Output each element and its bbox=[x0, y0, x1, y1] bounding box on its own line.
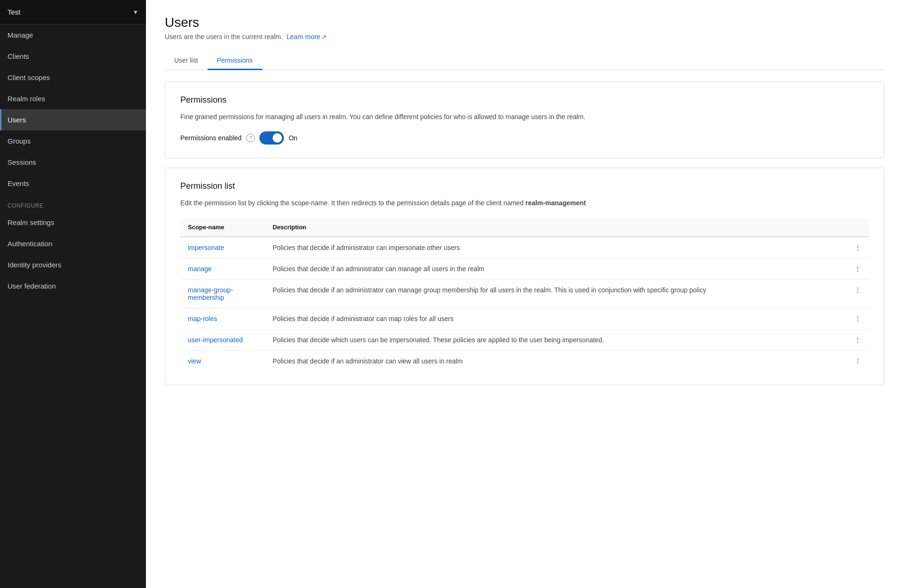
scope-name-link[interactable]: impersonate bbox=[188, 244, 224, 251]
tabs: User list Permissions bbox=[165, 52, 884, 70]
sidebar-item-sessions[interactable]: Sessions bbox=[0, 152, 146, 173]
kebab-menu-button[interactable]: ⋮ bbox=[847, 308, 869, 329]
scope-name-link[interactable]: manage bbox=[188, 265, 212, 273]
sidebar-item-realm-settings[interactable]: Realm settings bbox=[0, 212, 146, 233]
learn-more-link[interactable]: Learn more ↗ bbox=[287, 33, 327, 40]
col-header-description: Description bbox=[265, 218, 847, 237]
scope-description: Policies that decide if an administrator… bbox=[265, 258, 847, 279]
sidebar-section-label-configure: Configure bbox=[0, 194, 146, 212]
toggle-thumb bbox=[273, 133, 282, 143]
col-header-actions bbox=[847, 218, 869, 237]
sidebar-item-users[interactable]: Users bbox=[0, 109, 146, 130]
kebab-menu-button[interactable]: ⋮ bbox=[847, 237, 869, 258]
kebab-menu-button[interactable]: ⋮ bbox=[847, 279, 869, 308]
permissions-toggle[interactable] bbox=[259, 131, 284, 145]
chevron-down-icon: ▼ bbox=[133, 9, 138, 16]
scope-name-link[interactable]: map-roles bbox=[188, 315, 217, 322]
realm-selector[interactable]: Test ▼ bbox=[0, 0, 146, 24]
scope-name-link[interactable]: user-impersonated bbox=[188, 336, 243, 344]
sidebar-item-realm-roles[interactable]: Realm roles bbox=[0, 88, 146, 109]
table-row: managePolicies that decide if an adminis… bbox=[180, 258, 869, 279]
scope-description: Policies that decide if administrator ca… bbox=[265, 308, 847, 329]
permissions-card-title: Permissions bbox=[180, 95, 869, 105]
scope-description: Policies that decide which users can be … bbox=[265, 329, 847, 350]
table-row: manage-group-membershipPolicies that dec… bbox=[180, 279, 869, 308]
page-title: Users bbox=[165, 15, 884, 30]
external-link-icon: ↗ bbox=[322, 33, 327, 40]
sidebar-item-user-federation[interactable]: User federation bbox=[0, 275, 146, 297]
table-row: user-impersonatedPolicies that decide wh… bbox=[180, 329, 869, 350]
table-header-row: Scope-name Description bbox=[180, 218, 869, 237]
table-row: impersonatePolicies that decide if admin… bbox=[180, 237, 869, 258]
scope-description: Policies that decide if an administrator… bbox=[265, 350, 847, 371]
table-row: map-rolesPolicies that decide if adminis… bbox=[180, 308, 869, 329]
tab-user-list[interactable]: User list bbox=[165, 52, 208, 70]
sidebar-item-clients[interactable]: Clients bbox=[0, 46, 146, 67]
sidebar-item-groups[interactable]: Groups bbox=[0, 130, 146, 152]
permissions-card-description: Fine grained permissions for managing al… bbox=[180, 112, 869, 122]
table-row: viewPolicies that decide if an administr… bbox=[180, 350, 869, 371]
scope-description: Policies that decide if administrator ca… bbox=[265, 237, 847, 258]
scope-name-link[interactable]: manage-group-membership bbox=[188, 286, 233, 301]
sidebar: Test ▼ Manage Clients Client scopes Real… bbox=[0, 0, 146, 588]
kebab-menu-button[interactable]: ⋮ bbox=[847, 329, 869, 350]
page-subtitle: Users are the users in the current realm… bbox=[165, 33, 884, 40]
subtitle-text: Users are the users in the current realm… bbox=[165, 33, 283, 40]
permissions-card: Permissions Fine grained permissions for… bbox=[165, 81, 884, 158]
permission-list-description: Edit the permission list by clicking the… bbox=[180, 198, 869, 208]
toggle-row: Permissions enabled ? On bbox=[180, 131, 869, 145]
permission-list-title: Permission list bbox=[180, 181, 869, 191]
sidebar-item-authentication[interactable]: Authentication bbox=[0, 233, 146, 254]
sidebar-item-identity-providers[interactable]: Identity providers bbox=[0, 254, 146, 275]
sidebar-item-events[interactable]: Events bbox=[0, 173, 146, 194]
scope-name-link[interactable]: view bbox=[188, 357, 201, 365]
permission-list-card: Permission list Edit the permission list… bbox=[165, 168, 884, 385]
col-header-scope-name: Scope-name bbox=[180, 218, 265, 237]
permissions-enabled-label: Permissions enabled bbox=[180, 134, 242, 142]
sidebar-section-configure: Configure Realm settings Authentication … bbox=[0, 194, 146, 297]
permission-table: Scope-name Description impersonatePolici… bbox=[180, 218, 869, 371]
tab-permissions[interactable]: Permissions bbox=[208, 52, 262, 70]
main-content: Users Users are the users in the current… bbox=[146, 0, 903, 588]
sidebar-section-main: Manage Clients Client scopes Realm roles… bbox=[0, 24, 146, 194]
scope-description: Policies that decide if an administrator… bbox=[265, 279, 847, 308]
toggle-track bbox=[259, 131, 284, 145]
sidebar-item-manage[interactable]: Manage bbox=[0, 24, 146, 46]
sidebar-item-client-scopes[interactable]: Client scopes bbox=[0, 67, 146, 88]
toggle-state-label: On bbox=[289, 134, 298, 142]
learn-more-label: Learn more bbox=[287, 33, 321, 40]
help-icon[interactable]: ? bbox=[246, 134, 255, 142]
kebab-menu-button[interactable]: ⋮ bbox=[847, 350, 869, 371]
kebab-menu-button[interactable]: ⋮ bbox=[847, 258, 869, 279]
realm-name: Test bbox=[8, 8, 21, 16]
